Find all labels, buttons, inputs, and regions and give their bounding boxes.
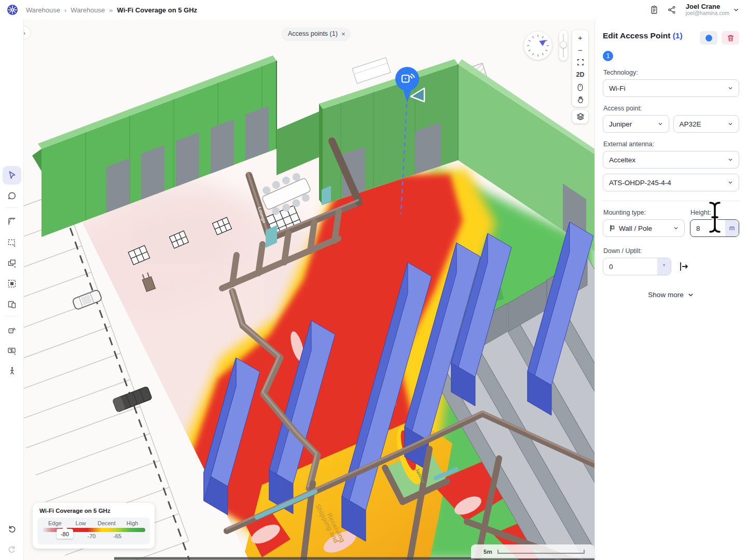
chevron-down-icon	[687, 291, 694, 298]
height-label: Height:	[690, 209, 739, 216]
compass-dial[interactable]	[524, 32, 552, 60]
chevron-down-icon[interactable]	[732, 6, 740, 13]
zoom-out-button[interactable]: −	[572, 44, 588, 56]
scale-ruler	[497, 550, 585, 554]
panel-title-count: (1)	[673, 31, 683, 40]
warehouse-3d-scene: Lounge Shipping and Receiving Janitor	[24, 20, 594, 560]
tilt-unit: °	[657, 258, 671, 275]
devices-icon	[7, 299, 17, 310]
tool-wall[interactable]	[3, 212, 21, 231]
blue-dot-icon	[706, 35, 712, 41]
share-button[interactable]	[663, 2, 681, 18]
map-canvas[interactable]: Lounge Shipping and Receiving Janitor	[24, 20, 594, 560]
wall-ruler-icon	[7, 216, 17, 227]
cursor-icon	[7, 170, 17, 180]
breadcrumb-item[interactable]: Warehouse	[71, 6, 105, 14]
tool-devices[interactable]	[3, 295, 21, 314]
switch-icon	[7, 345, 17, 356]
trash-icon	[727, 34, 735, 42]
ap-color-button[interactable]	[700, 31, 717, 45]
layers-icon	[576, 113, 585, 121]
access-points-chip[interactable]: Access points (1) ×	[282, 27, 350, 40]
tool-area[interactable]	[3, 274, 21, 293]
access-point-icon	[7, 325, 17, 335]
mouse-icon	[577, 83, 584, 91]
chevron-down-icon	[727, 85, 734, 91]
marquee-select-icon	[7, 237, 17, 248]
ap-model-select[interactable]: AP32E	[673, 115, 740, 133]
tilt-input[interactable]: 0 °	[603, 258, 671, 275]
legend-threshold-handle[interactable]: -80	[57, 529, 73, 539]
antenna-model-select[interactable]: ATS-OHDP-245-4-4	[603, 174, 739, 191]
compass-north-pointer	[539, 37, 548, 46]
breadcrumb: Warehouse › Warehouse » Wi-Fi Coverage o…	[26, 6, 197, 14]
tool-walk[interactable]	[3, 362, 21, 381]
mounting-label: Mounting type:	[603, 209, 685, 216]
antenna-label: External antenna:	[603, 141, 739, 148]
technology-select[interactable]: Wi-Fi	[603, 79, 739, 97]
undo-button[interactable]	[3, 520, 21, 538]
duplicate-icon	[7, 258, 17, 269]
notes-button[interactable]	[645, 2, 663, 18]
view-controls: + − 2D	[572, 30, 588, 107]
tool-duplicate[interactable]	[3, 254, 21, 273]
show-more-button[interactable]: Show more	[603, 291, 739, 299]
breadcrumb-separator: ›	[64, 6, 66, 14]
antenna-vendor-select[interactable]: Acceltex	[603, 151, 739, 169]
chip-label: Access points (1)	[288, 30, 338, 37]
pan-mode-button[interactable]	[572, 93, 588, 106]
user-email: joel@hamina.com	[686, 10, 729, 17]
mounting-select[interactable]: Wall / Pole	[603, 219, 685, 237]
legend-band-decent: Decent	[94, 520, 120, 526]
height-unit: m	[725, 220, 739, 236]
chat-bubble-icon	[7, 191, 17, 201]
legend-tick: -70	[88, 533, 96, 539]
legend-tick: -65	[113, 533, 121, 539]
ap-selection-badge[interactable]: 1	[603, 51, 613, 61]
tool-marquee[interactable]	[3, 233, 21, 252]
tool-comment[interactable]	[3, 187, 21, 205]
legend-band-high: High	[119, 520, 145, 526]
tilt-direction-icon	[677, 260, 690, 273]
chevron-down-icon	[727, 121, 734, 127]
coverage-legend: Wi-Fi Coverage on 5 GHz Edge Low Decent …	[33, 503, 155, 549]
legend-band-edge: Edge	[42, 520, 68, 526]
tool-switch[interactable]	[3, 341, 21, 360]
tilt-label: Down / Uptilt:	[603, 247, 739, 255]
tool-access-point[interactable]	[3, 320, 21, 339]
chevron-down-icon	[727, 157, 734, 163]
scale-label: 5m	[483, 549, 492, 555]
edit-access-point-panel: Edit Access Point (1) 1 Technology: Wi-F…	[594, 20, 747, 560]
delete-ap-button[interactable]	[722, 31, 739, 45]
chevron-down-icon	[673, 225, 679, 231]
zoom-in-button[interactable]: +	[572, 31, 588, 44]
legend-band-low: Low	[68, 520, 94, 526]
hamina-logo-icon[interactable]	[6, 4, 19, 16]
redo-icon	[7, 544, 17, 554]
redo-button[interactable]	[3, 540, 21, 558]
hand-icon	[577, 96, 584, 103]
area-select-icon	[7, 278, 17, 289]
slider-knob[interactable]	[560, 41, 567, 48]
walk-person-icon	[7, 366, 17, 376]
tool-select[interactable]	[3, 166, 21, 185]
height-input[interactable]: 8 m	[690, 219, 739, 237]
breadcrumb-item[interactable]: Warehouse	[26, 6, 60, 14]
pole-icon	[609, 225, 615, 232]
user-menu[interactable]: Joel Crane joel@hamina.com	[686, 3, 729, 17]
mouse-mode-button[interactable]	[572, 81, 588, 93]
fullscreen-button[interactable]	[572, 56, 588, 68]
chip-close-icon[interactable]: ×	[341, 31, 345, 37]
2d-view-button[interactable]: 2D	[572, 68, 588, 81]
layers-button[interactable]	[572, 110, 588, 123]
clipboard-icon	[649, 5, 659, 15]
undo-icon	[7, 524, 17, 534]
map-scale: 5m	[471, 544, 594, 558]
access-point-label: Access point:	[603, 105, 739, 112]
ap-vendor-select[interactable]: Juniper	[603, 115, 669, 133]
legend-panel: Edge Low Decent High -70 -65 -80	[37, 517, 150, 544]
app: Warehouse › Warehouse » Wi-Fi Coverage o…	[0, 0, 747, 560]
tilt-view-slider[interactable]	[559, 31, 568, 61]
share-icon	[667, 5, 676, 15]
breadcrumb-separator: »	[109, 6, 113, 14]
